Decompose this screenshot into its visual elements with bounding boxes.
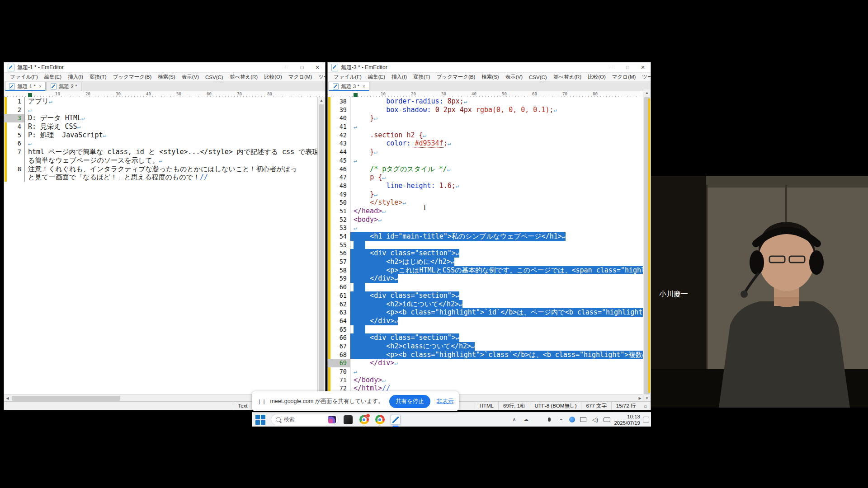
copilot-icon[interactable] bbox=[569, 417, 575, 422]
menu-item[interactable]: 挿入(I) bbox=[388, 74, 410, 80]
status-item[interactable]: HTML bbox=[475, 402, 498, 410]
line-number: 4 bbox=[4, 122, 25, 131]
status-item[interactable]: Text bbox=[233, 402, 252, 410]
scroll-up-arrow[interactable]: ▲ bbox=[643, 89, 651, 96]
line-number: 52 bbox=[328, 216, 350, 224]
code-segment: } bbox=[370, 190, 374, 198]
vertical-scrollbar[interactable]: ▲ ▼ bbox=[317, 97, 325, 402]
editor-line: 6↵ bbox=[4, 139, 325, 148]
document-tab[interactable]: 無題-2 * bbox=[47, 82, 81, 91]
maximize-button[interactable]: □ bbox=[294, 62, 310, 72]
menu-item[interactable]: ブックマーク(B) bbox=[110, 74, 155, 80]
close-button[interactable]: ✕ bbox=[635, 62, 651, 72]
status-item[interactable]: 69行, 1桁 bbox=[498, 402, 530, 410]
maximize-button[interactable]: □ bbox=[620, 62, 635, 72]
return-mark: ↵ bbox=[28, 140, 32, 147]
menu-item[interactable]: 挿入(I) bbox=[65, 74, 86, 80]
taskbar-clock[interactable]: 10:13 2025/07/19 bbox=[614, 413, 640, 426]
code-segment: <h2>idについて</h2> bbox=[354, 300, 459, 308]
editor-line: 41↵ bbox=[328, 122, 643, 131]
menu-item[interactable]: 並べ替え(R) bbox=[550, 74, 585, 80]
editor-text-area[interactable]: 1アプリ↵2↵3D: データ HTML↵4R: 見栄え CSS↵5P: 処理 J… bbox=[4, 97, 325, 394]
battery-icon[interactable] bbox=[603, 416, 610, 423]
tab-close-icon[interactable]: × bbox=[39, 84, 42, 89]
minimize-button[interactable]: – bbox=[604, 62, 620, 72]
return-mark: ↵ bbox=[374, 191, 377, 198]
document-tab[interactable]: 無題-1 *× bbox=[5, 82, 46, 91]
code-segment bbox=[354, 114, 370, 122]
menu-item[interactable]: 変換(T) bbox=[86, 74, 110, 80]
menu-item[interactable]: ツール(L) bbox=[315, 74, 325, 80]
title-bar[interactable]: 無題-1 * - EmEditor –□✕ bbox=[4, 62, 325, 73]
vertical-scrollbar[interactable]: ▲ ▼ bbox=[643, 89, 651, 402]
menu-item[interactable]: 編集(E) bbox=[41, 74, 65, 80]
onedrive-icon[interactable]: ☁ bbox=[522, 416, 529, 423]
ruler-number: 40 bbox=[146, 92, 151, 96]
menu-item[interactable]: ツール(L) bbox=[639, 74, 651, 80]
scroll-left-arrow[interactable]: ◀ bbox=[4, 396, 11, 400]
menu-item[interactable]: 検索(S) bbox=[478, 74, 502, 80]
menu-item[interactable]: マクロ(M) bbox=[609, 74, 639, 80]
minimize-button[interactable]: – bbox=[279, 62, 294, 72]
menu-item[interactable]: ファイル(F) bbox=[330, 74, 365, 80]
line-text: }↵ bbox=[350, 190, 377, 199]
menu-item[interactable]: 比較(O) bbox=[585, 74, 609, 80]
chrome-icon[interactable] bbox=[358, 414, 370, 426]
search-box[interactable]: 検索 bbox=[271, 414, 339, 425]
cast-screen-icon[interactable] bbox=[580, 416, 587, 423]
emeditor-taskbar-icon[interactable] bbox=[390, 414, 401, 426]
return-mark: ↵ bbox=[456, 334, 459, 341]
menu-item[interactable]: 変換(T) bbox=[410, 74, 434, 80]
return-mark: ↵ bbox=[394, 318, 398, 324]
menu-item[interactable]: 編集(E) bbox=[365, 74, 388, 80]
signal-icon[interactable]: ⌁ bbox=[557, 416, 565, 423]
chrome-meet-icon[interactable] bbox=[374, 414, 386, 426]
photos-app-icon[interactable] bbox=[342, 414, 354, 426]
scroll-down-arrow[interactable]: ▼ bbox=[643, 395, 651, 402]
title-bar[interactable]: 無題-3 * - EmEditor –□✕ bbox=[328, 62, 651, 73]
code-segment: color: bbox=[386, 139, 415, 147]
status-item[interactable]: 677 文字 bbox=[581, 402, 611, 410]
tab-close-icon[interactable]: × bbox=[363, 84, 365, 89]
menu-item[interactable]: CSV(C) bbox=[526, 75, 550, 80]
editor-line: と見て一画面で「なるほど！」と思える程度のもので！// bbox=[4, 173, 325, 182]
status-item[interactable]: UTF-8 (BOM無し) bbox=[530, 402, 581, 410]
line-text: <body>↵ bbox=[350, 216, 382, 224]
notification-center-icon[interactable] bbox=[643, 417, 649, 423]
menu-item[interactable]: ファイル(F) bbox=[7, 74, 41, 80]
code-segment: <div class="section"> bbox=[354, 249, 456, 257]
window-title: 無題-1 * - EmEditor bbox=[17, 64, 64, 71]
hscroll-thumb[interactable] bbox=[12, 396, 120, 401]
menu-item[interactable]: CSV(C) bbox=[202, 75, 226, 80]
start-button[interactable] bbox=[255, 414, 266, 426]
menu-item[interactable]: 並べ替え(R) bbox=[226, 74, 261, 80]
hide-link[interactable]: 非表示 bbox=[437, 398, 454, 405]
ruler-caret-marker bbox=[354, 93, 358, 97]
editor-text-area[interactable]: 38 border-radius: 8px;↵39 box-shadow: 0 … bbox=[328, 97, 643, 394]
menu-item[interactable]: ブックマーク(B) bbox=[434, 74, 479, 80]
scroll-right-arrow[interactable]: ▶ bbox=[637, 396, 643, 400]
return-mark: ↵ bbox=[159, 157, 163, 164]
editor-line: 58 <p>これはHTMLとCSSの基本的な例です。このページでは、<span … bbox=[328, 266, 643, 275]
menu-item[interactable]: 表示(V) bbox=[179, 74, 202, 80]
status-item[interactable]: 15/72 行 bbox=[611, 402, 640, 410]
vscroll-thumb[interactable] bbox=[319, 104, 324, 394]
menu-item[interactable]: 表示(V) bbox=[502, 74, 526, 80]
return-mark: ↵ bbox=[354, 225, 357, 231]
return-mark: ↵ bbox=[49, 98, 52, 105]
code-segment: box-shadow: bbox=[386, 106, 435, 114]
menu-item[interactable]: 検索(S) bbox=[155, 74, 178, 80]
scroll-up-arrow[interactable]: ▲ bbox=[318, 97, 325, 104]
speaker-icon[interactable]: ◁) bbox=[591, 416, 599, 423]
document-tab[interactable]: 無題-3 *× bbox=[329, 82, 369, 91]
editor-line: 7html ページ内で簡単な class, id と <style>...</s… bbox=[4, 148, 325, 156]
tray-chevron-icon[interactable]: ∧ bbox=[510, 416, 518, 423]
line-number: 54 bbox=[328, 232, 350, 241]
menu-item[interactable]: マクロ(M) bbox=[285, 74, 316, 80]
menu-item[interactable]: 比較(O) bbox=[261, 74, 285, 80]
status-notification-icon[interactable]: ⌂ bbox=[640, 403, 651, 408]
microphone-icon[interactable] bbox=[546, 416, 553, 423]
stop-sharing-button[interactable]: 共有を停止 bbox=[389, 395, 430, 408]
colorful-app-icon[interactable] bbox=[534, 416, 541, 423]
close-button[interactable]: ✕ bbox=[310, 62, 325, 72]
